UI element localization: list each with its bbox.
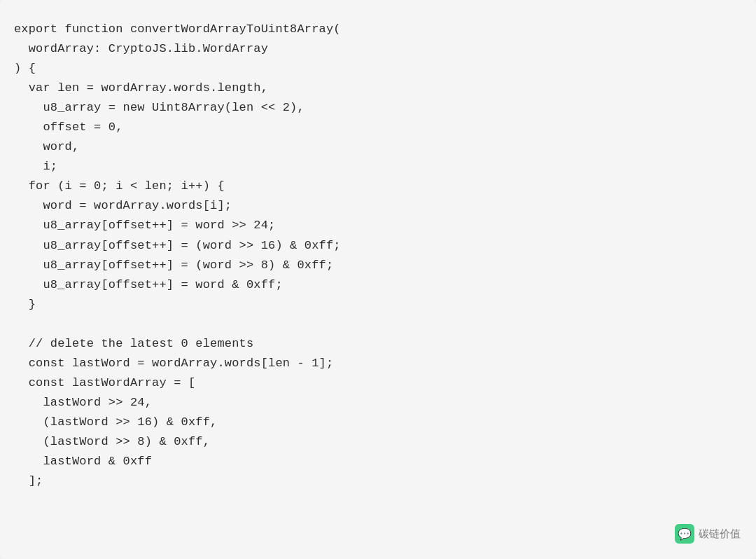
watermark: 💬 碳链价值	[675, 524, 741, 544]
watermark-text: 碳链价值	[699, 527, 741, 541]
code-block: export function convertWordArrayToUint8A…	[14, 20, 734, 491]
watermark-icon: 💬	[675, 524, 694, 544]
code-panel: export function convertWordArrayToUint8A…	[0, 0, 756, 559]
